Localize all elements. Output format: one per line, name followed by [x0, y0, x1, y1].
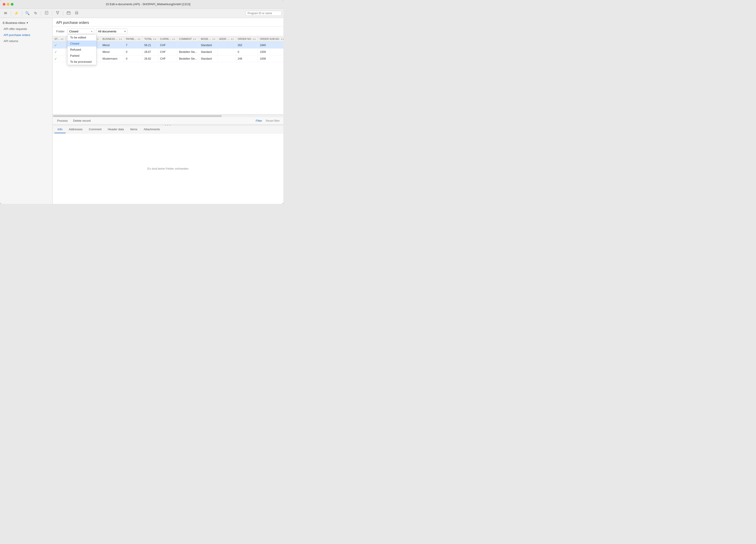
sidebar-header-label: E-Business inbox: [3, 21, 25, 25]
col-header-order-no[interactable]: ORDER NO. ⬆⬇: [236, 36, 258, 42]
folder-selected-value: Closed: [69, 30, 78, 33]
table-cell: Standard: [199, 55, 217, 62]
sort-icon: ⬆⬇: [119, 38, 122, 40]
content-area: API purchase orders Folder Closed To be …: [53, 18, 283, 204]
sort-icon: ⬆⬇: [281, 38, 283, 40]
folder-option-to-be-edited[interactable]: To be edited: [67, 34, 96, 40]
horizontal-scrollbar[interactable]: [53, 114, 283, 117]
folder-label: Folder: [56, 30, 65, 33]
col-header-payment[interactable]: PAYME... ⬆⬇: [124, 36, 142, 42]
status-green-icon: ✓: [54, 57, 57, 60]
lightning-toolbar-button[interactable]: ⚡: [13, 10, 20, 16]
sort-icon: ⬆⬇: [153, 38, 156, 40]
folder-option-to-be-processed[interactable]: To be processed: [67, 59, 96, 65]
toolbar-separator-1: [11, 11, 11, 16]
folder-dropdown-button[interactable]: Closed: [67, 29, 94, 34]
delete-record-button[interactable]: Delete record: [72, 118, 92, 123]
table-cell: Menzi: [101, 42, 124, 49]
status-green-icon: ✓: [54, 50, 57, 54]
tab-attachments[interactable]: Attachments: [141, 126, 163, 133]
col-header-business[interactable]: BUSINESS ... ⬆⬇: [101, 36, 124, 42]
toolbar: ✉ ⚡ 🔍 ↻: [0, 9, 283, 18]
sidebar-header[interactable]: E-Business inbox ▼: [0, 20, 52, 26]
folder-option-parked[interactable]: Parked: [67, 53, 96, 59]
svg-rect-5: [67, 12, 70, 14]
table-cell: 28.67: [142, 49, 158, 55]
col-header-addr[interactable]: ADDR. ... ⬆⬇: [217, 36, 236, 42]
table-cell: 246: [236, 55, 258, 62]
table-cell: 1938: [258, 55, 283, 62]
program-search-input[interactable]: [246, 11, 282, 16]
status-green-icon: ✓: [54, 43, 57, 47]
sort-icon: ⬆⬇: [212, 38, 215, 40]
tabs-bar: InfoAddressesCommentHeader dataItemsAtta…: [53, 126, 283, 133]
folder-option-refused[interactable]: Refused: [67, 47, 96, 53]
refresh-icon: ↻: [34, 11, 37, 15]
svg-rect-11: [76, 13, 78, 14]
folder-dropdown-menu: To be edited Closed Refused Parked To be: [67, 34, 96, 65]
table-cell: CHF: [158, 55, 177, 62]
table-cell: ✓: [53, 42, 66, 49]
chevron-down-icon: ▼: [124, 30, 126, 32]
tab-addresses[interactable]: Addresses: [66, 126, 86, 133]
tab-info[interactable]: Info: [54, 126, 66, 133]
col-header-currency[interactable]: CURRE... ⬆⬇: [158, 36, 177, 42]
filter-toolbar-button[interactable]: [54, 10, 61, 16]
col-header-comment[interactable]: COMMENT ⬆⬇: [177, 36, 199, 42]
tab-items[interactable]: Items: [127, 126, 141, 133]
table-cell: 7: [124, 42, 142, 49]
tab-header-data[interactable]: Header data: [105, 126, 127, 133]
process-button[interactable]: Process: [56, 118, 69, 123]
table-cell: 26.62: [142, 55, 158, 62]
table-cell: 262: [236, 42, 258, 49]
sidebar-item-api-offer-requests[interactable]: API offer requests: [0, 26, 52, 32]
traffic-lights: [3, 3, 13, 6]
sort-icon: ⬆⬇: [172, 38, 175, 40]
table-cell: 56.21: [142, 42, 158, 49]
col-header-order-sub-no[interactable]: ORDER SUB-NO. ⬆⬇: [258, 36, 283, 42]
scrollbar-thumb[interactable]: [53, 115, 222, 117]
close-button[interactable]: [3, 3, 5, 6]
col-header-total[interactable]: TOTAL ⬆⬇: [142, 36, 158, 42]
table-cell: [217, 49, 236, 55]
sidebar: E-Business inbox ▼ API offer requests AP…: [0, 18, 53, 204]
tab-content-info: Es sind keine Fehler vorhanden: [53, 133, 283, 204]
minimize-button[interactable]: [7, 3, 9, 6]
table-cell: 1940: [258, 42, 283, 49]
folder-option-closed[interactable]: Closed: [67, 40, 96, 47]
print-toolbar-button[interactable]: [73, 10, 80, 16]
reset-filter-button[interactable]: Reset filter: [266, 119, 280, 122]
sort-icon: ⬆⬇: [60, 38, 64, 40]
svg-marker-4: [56, 11, 59, 14]
calendar-icon: [67, 11, 71, 16]
filter-button[interactable]: Filter: [256, 119, 262, 122]
table-cell: Standard: [199, 42, 217, 49]
filter-icon: [56, 11, 60, 16]
sort-icon: ⬆⬇: [253, 38, 256, 40]
sidebar-item-api-purchase-orders[interactable]: API purchase orders: [0, 32, 52, 38]
refresh-toolbar-button[interactable]: ↻: [32, 10, 39, 16]
docs-select[interactable]: All documents ▼: [96, 29, 127, 34]
search-toolbar-button[interactable]: 🔍: [24, 10, 31, 16]
titlebar: 15 Edit e-documents (API) - SHOPAPI_Webw…: [0, 0, 283, 9]
table-cell: 0: [124, 49, 142, 55]
mail-icon: ✉: [4, 11, 7, 15]
toolbar-separator-2: [22, 11, 22, 16]
mail-toolbar-button[interactable]: ✉: [2, 10, 9, 16]
sidebar-item-api-returns[interactable]: API returns: [0, 38, 52, 44]
document-toolbar-button[interactable]: [43, 10, 50, 16]
print-icon: [75, 11, 79, 16]
filters-row: Folder Closed To be edited Closed: [53, 27, 283, 36]
maximize-button[interactable]: [11, 3, 13, 6]
main-content: E-Business inbox ▼ API offer requests AP…: [0, 18, 283, 204]
action-bar: Process Delete record Filter Reset filte…: [53, 117, 283, 124]
sort-icon: ⬆⬇: [193, 38, 196, 40]
table-cell: CHF: [158, 42, 177, 49]
tab-comment[interactable]: Comment: [86, 126, 105, 133]
col-header-mode[interactable]: MODE ... ⬆⬇: [199, 36, 217, 42]
col-header-status[interactable]: ST... ⬆⬇: [53, 36, 66, 42]
tabs-container: InfoAddressesCommentHeader dataItemsAtta…: [54, 126, 163, 133]
calendar-toolbar-button[interactable]: [65, 10, 72, 16]
toolbar-separator-4: [52, 11, 52, 16]
table-cell: Bestellen Sie...: [177, 49, 199, 55]
